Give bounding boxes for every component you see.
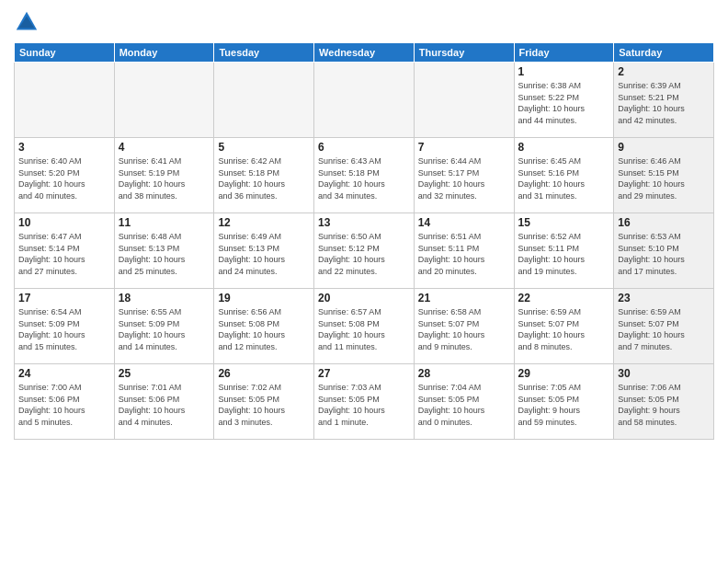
day-info: Sunrise: 6:56 AMSunset: 5:08 PMDaylight:… [218,306,310,352]
page-header [14,9,714,35]
day-number: 25 [119,367,210,380]
day-number: 14 [418,216,510,229]
calendar-cell: 27Sunrise: 7:03 AMSunset: 5:05 PMDayligh… [314,364,415,440]
calendar-cell: 26Sunrise: 7:02 AMSunset: 5:05 PMDayligh… [214,364,314,440]
weekday-header: Wednesday [314,43,415,63]
day-number: 6 [318,141,410,154]
day-number: 9 [618,141,710,154]
calendar-cell [214,63,314,138]
calendar-cell: 4Sunrise: 6:41 AMSunset: 5:19 PMDaylight… [114,138,214,213]
day-info: Sunrise: 6:57 AMSunset: 5:08 PMDaylight:… [318,306,410,352]
day-info: Sunrise: 6:41 AMSunset: 5:19 PMDaylight:… [119,155,210,201]
day-number: 12 [218,216,310,229]
day-info: Sunrise: 6:53 AMSunset: 5:10 PMDaylight:… [618,231,710,277]
day-info: Sunrise: 6:58 AMSunset: 5:07 PMDaylight:… [418,306,510,352]
day-number: 26 [218,367,310,380]
day-number: 4 [119,141,210,154]
calendar-cell: 13Sunrise: 6:50 AMSunset: 5:12 PMDayligh… [314,213,415,289]
day-info: Sunrise: 6:38 AMSunset: 5:22 PMDaylight:… [518,80,610,126]
calendar-cell: 22Sunrise: 6:59 AMSunset: 5:07 PMDayligh… [514,289,614,364]
calendar-cell: 28Sunrise: 7:04 AMSunset: 5:05 PMDayligh… [414,364,514,440]
day-number: 27 [318,367,410,380]
day-number: 13 [318,216,410,229]
day-info: Sunrise: 6:50 AMSunset: 5:12 PMDaylight:… [318,231,410,277]
day-info: Sunrise: 7:03 AMSunset: 5:05 PMDaylight:… [318,382,410,428]
calendar-cell: 9Sunrise: 6:46 AMSunset: 5:15 PMDaylight… [614,138,714,213]
calendar-cell: 3Sunrise: 6:40 AMSunset: 5:20 PMDaylight… [15,138,115,213]
day-number: 23 [618,292,710,304]
day-info: Sunrise: 6:48 AMSunset: 5:13 PMDaylight:… [119,231,210,277]
calendar-cell: 17Sunrise: 6:54 AMSunset: 5:09 PMDayligh… [15,289,115,364]
day-info: Sunrise: 6:46 AMSunset: 5:15 PMDaylight:… [618,155,710,201]
day-info: Sunrise: 6:42 AMSunset: 5:18 PMDaylight:… [218,155,310,201]
day-info: Sunrise: 7:01 AMSunset: 5:06 PMDaylight:… [119,382,210,428]
calendar-cell: 11Sunrise: 6:48 AMSunset: 5:13 PMDayligh… [114,213,214,289]
calendar-cell [114,63,214,138]
calendar-cell: 21Sunrise: 6:58 AMSunset: 5:07 PMDayligh… [414,289,514,364]
day-number: 2 [618,65,710,78]
day-info: Sunrise: 7:00 AMSunset: 5:06 PMDaylight:… [18,382,110,428]
weekday-header: Monday [114,43,214,63]
day-info: Sunrise: 6:45 AMSunset: 5:16 PMDaylight:… [518,155,610,201]
calendar-cell: 30Sunrise: 7:06 AMSunset: 5:05 PMDayligh… [614,364,714,440]
calendar-cell: 14Sunrise: 6:51 AMSunset: 5:11 PMDayligh… [414,213,514,289]
day-info: Sunrise: 6:47 AMSunset: 5:14 PMDaylight:… [18,231,110,277]
day-info: Sunrise: 6:49 AMSunset: 5:13 PMDaylight:… [218,231,310,277]
calendar-cell: 20Sunrise: 6:57 AMSunset: 5:08 PMDayligh… [314,289,415,364]
weekday-header: Thursday [414,43,514,63]
day-info: Sunrise: 6:51 AMSunset: 5:11 PMDaylight:… [418,231,510,277]
calendar-header-row: SundayMondayTuesdayWednesdayThursdayFrid… [15,43,714,63]
calendar-cell [15,63,115,138]
calendar-cell: 8Sunrise: 6:45 AMSunset: 5:16 PMDaylight… [514,138,614,213]
day-info: Sunrise: 6:54 AMSunset: 5:09 PMDaylight:… [18,306,110,352]
day-info: Sunrise: 6:44 AMSunset: 5:17 PMDaylight:… [418,155,510,201]
day-info: Sunrise: 7:02 AMSunset: 5:05 PMDaylight:… [218,382,310,428]
day-info: Sunrise: 6:59 AMSunset: 5:07 PMDaylight:… [518,306,610,352]
day-number: 5 [218,141,310,154]
calendar-cell: 1Sunrise: 6:38 AMSunset: 5:22 PMDaylight… [514,63,614,138]
day-info: Sunrise: 7:05 AMSunset: 5:05 PMDaylight:… [518,382,610,428]
calendar-week-row: 1Sunrise: 6:38 AMSunset: 5:22 PMDaylight… [15,63,714,138]
day-number: 1 [518,65,610,78]
weekday-header: Tuesday [214,43,314,63]
day-info: Sunrise: 6:52 AMSunset: 5:11 PMDaylight:… [518,231,610,277]
calendar-cell: 29Sunrise: 7:05 AMSunset: 5:05 PMDayligh… [514,364,614,440]
calendar-cell: 25Sunrise: 7:01 AMSunset: 5:06 PMDayligh… [114,364,214,440]
calendar-week-row: 17Sunrise: 6:54 AMSunset: 5:09 PMDayligh… [15,289,714,364]
calendar-cell [414,63,514,138]
day-info: Sunrise: 6:43 AMSunset: 5:18 PMDaylight:… [318,155,410,201]
weekday-header: Sunday [15,43,115,63]
day-number: 8 [518,141,610,154]
day-number: 24 [18,367,110,380]
day-info: Sunrise: 6:39 AMSunset: 5:21 PMDaylight:… [618,80,710,126]
day-number: 20 [318,292,410,304]
day-info: Sunrise: 6:59 AMSunset: 5:07 PMDaylight:… [618,306,710,352]
calendar-cell: 24Sunrise: 7:00 AMSunset: 5:06 PMDayligh… [15,364,115,440]
day-info: Sunrise: 6:40 AMSunset: 5:20 PMDaylight:… [18,155,110,201]
weekday-header: Friday [514,43,614,63]
calendar-cell: 2Sunrise: 6:39 AMSunset: 5:21 PMDaylight… [614,63,714,138]
day-number: 28 [418,367,510,380]
day-number: 16 [618,216,710,229]
calendar-cell [314,63,415,138]
day-number: 11 [119,216,210,229]
calendar-cell: 18Sunrise: 6:55 AMSunset: 5:09 PMDayligh… [114,289,214,364]
day-number: 17 [18,292,110,304]
day-number: 15 [518,216,610,229]
day-info: Sunrise: 7:06 AMSunset: 5:05 PMDaylight:… [618,382,710,428]
day-number: 7 [418,141,510,154]
logo [14,9,43,35]
day-number: 29 [518,367,610,380]
day-number: 21 [418,292,510,304]
calendar-cell: 19Sunrise: 6:56 AMSunset: 5:08 PMDayligh… [214,289,314,364]
calendar-cell: 23Sunrise: 6:59 AMSunset: 5:07 PMDayligh… [614,289,714,364]
weekday-header: Saturday [614,43,714,63]
day-number: 22 [518,292,610,304]
calendar-cell: 16Sunrise: 6:53 AMSunset: 5:10 PMDayligh… [614,213,714,289]
day-number: 3 [18,141,110,154]
calendar-cell: 10Sunrise: 6:47 AMSunset: 5:14 PMDayligh… [15,213,115,289]
calendar-cell: 6Sunrise: 6:43 AMSunset: 5:18 PMDaylight… [314,138,415,213]
day-info: Sunrise: 7:04 AMSunset: 5:05 PMDaylight:… [418,382,510,428]
day-number: 18 [119,292,210,304]
logo-icon [14,9,40,35]
